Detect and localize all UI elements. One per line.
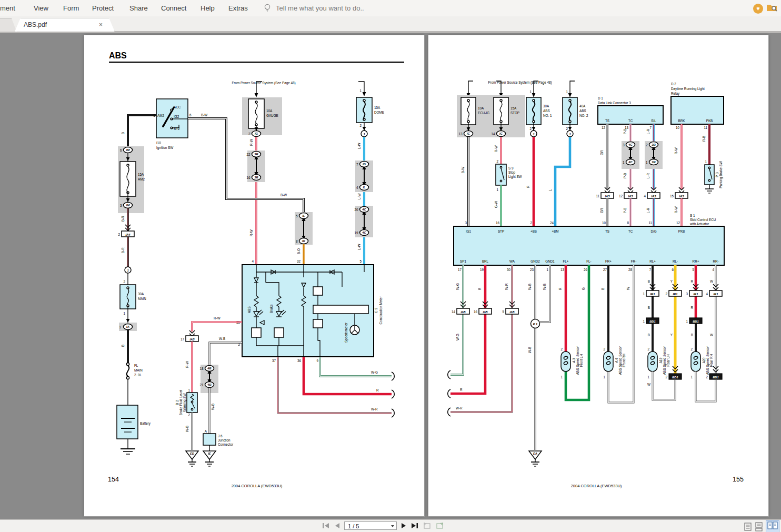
- menu-item-comment[interactable]: ment: [0, 4, 15, 12]
- previous-page-button[interactable]: [334, 523, 341, 529]
- svg-text:26: 26: [584, 268, 588, 272]
- svg-text:1: 1: [127, 269, 128, 272]
- tab-abs-pdf[interactable]: ABS.pdf ×: [15, 18, 115, 32]
- wire-label: W-B: [528, 347, 532, 353]
- svg-text:FL-: FL-: [586, 259, 591, 263]
- svg-text:4C: 4C: [362, 208, 366, 211]
- svg-text:A: A: [205, 429, 207, 433]
- svg-text:27: 27: [603, 268, 607, 272]
- svg-text:IA5: IA5: [605, 195, 610, 198]
- svg-text:28: 28: [628, 268, 633, 272]
- svg-text:2: 2: [248, 132, 251, 136]
- fuse-gauge: 10A GAUGE IG 2: [242, 97, 282, 137]
- tab-bar: ABS.pdf ×: [0, 16, 781, 33]
- svg-text:16: 16: [496, 221, 500, 225]
- svg-text:ABS: ABS: [247, 306, 251, 313]
- svg-text:MAIN: MAIN: [134, 368, 143, 372]
- svg-text:13: 13: [458, 132, 463, 136]
- svg-text:PKB: PKB: [678, 229, 685, 233]
- menu-item-extras[interactable]: Extras: [228, 4, 248, 12]
- wire-label: GR: [600, 150, 604, 155]
- svg-text:IA5: IA5: [679, 195, 684, 198]
- svg-text:1: 1: [603, 375, 605, 379]
- tab-stub[interactable]: [0, 18, 17, 32]
- menu-item-share[interactable]: Share: [129, 4, 148, 12]
- svg-text:ABS: ABS: [543, 109, 550, 113]
- wire-label: B: [601, 288, 605, 290]
- svg-text:2: 2: [603, 347, 605, 351]
- svg-text:NO. 1: NO. 1: [543, 114, 552, 117]
- svg-text:11: 11: [648, 221, 652, 225]
- menu-item-help[interactable]: Help: [201, 4, 215, 12]
- svg-text:30A: 30A: [138, 292, 144, 296]
- interpage-wires: W-G R W-R: [278, 357, 394, 417]
- svg-text:1: 1: [363, 133, 365, 136]
- speed-sensor-front-lh: R G 2 1 A 3 ABS Speed Sensor Front LH: [558, 265, 589, 400]
- svg-text:19: 19: [354, 231, 358, 235]
- first-page-button[interactable]: [322, 523, 331, 529]
- menu-item-view[interactable]: View: [34, 4, 48, 12]
- wire-label: R-W: [674, 206, 678, 213]
- svg-text:IA: IA: [126, 325, 129, 328]
- svg-text:12: 12: [676, 221, 680, 225]
- svg-text:Data Link Connector 3: Data Link Connector 3: [598, 101, 631, 105]
- single-page-view-button[interactable]: [744, 522, 752, 531]
- menu-item-form[interactable]: Form: [63, 4, 79, 12]
- svg-text:2. 0L: 2. 0L: [134, 373, 142, 377]
- svg-text:4: 4: [252, 259, 254, 263]
- folder-search-icon[interactable]: [766, 3, 778, 14]
- svg-text:Y: Y: [670, 279, 673, 283]
- svg-text:R: R: [690, 279, 693, 283]
- svg-text:TS: TS: [605, 119, 609, 123]
- wire-label: W-R: [505, 283, 508, 290]
- svg-text:2: 2: [123, 280, 125, 284]
- svg-text:TC: TC: [628, 119, 633, 123]
- svg-text:SIL: SIL: [651, 119, 656, 123]
- continuous-view-button[interactable]: [755, 522, 763, 531]
- previous-view-button[interactable]: [423, 522, 432, 529]
- svg-text:IA5: IA5: [460, 310, 466, 314]
- svg-text:30A: 30A: [543, 104, 549, 108]
- svg-text:GND2: GND2: [530, 259, 540, 263]
- svg-text:WA: WA: [509, 259, 515, 263]
- svg-text:2: 2: [706, 375, 708, 379]
- svg-text:R: R: [690, 306, 693, 309]
- svg-text:30: 30: [507, 268, 511, 272]
- menu-item-protect[interactable]: Protect: [92, 4, 114, 12]
- page-number-dropdown[interactable]: 1 / 5: [344, 521, 397, 530]
- two-page-view-button[interactable]: [766, 521, 779, 532]
- svg-text:MAIN: MAIN: [138, 297, 146, 300]
- menu-item-connect[interactable]: Connect: [161, 4, 186, 12]
- assistant-search-input[interactable]: Tell me what you want to do..: [276, 4, 364, 12]
- svg-text:7: 7: [356, 163, 358, 166]
- svg-text:A 4: A 4: [615, 358, 618, 363]
- svg-text:TS: TS: [605, 229, 609, 233]
- wire-label: GR: [600, 208, 604, 213]
- svg-text:19: 19: [480, 268, 484, 272]
- svg-text:5: 5: [296, 214, 298, 218]
- svg-text:1: 1: [188, 388, 190, 392]
- speed-sensor-rear-rh: R IB1 3 R BD1 1 B 2 1 W IB1 4 W BD1 2 A2…: [686, 265, 722, 401]
- next-view-button[interactable]: [435, 522, 444, 529]
- svg-text:D 1: D 1: [598, 96, 603, 100]
- svg-text:36: 36: [297, 359, 302, 363]
- svg-text:16: 16: [474, 310, 478, 314]
- svg-text:7: 7: [649, 126, 652, 129]
- svg-text:2: 2: [647, 347, 649, 351]
- last-page-button[interactable]: [410, 523, 419, 529]
- svg-text:3B: 3B: [652, 143, 655, 146]
- svg-text:STP: STP: [498, 229, 504, 233]
- wire-label: B-O: [297, 248, 301, 254]
- svg-text:5: 5: [692, 268, 694, 272]
- wire-label: R-W: [249, 229, 253, 236]
- feedback-heart-icon[interactable]: ♥: [753, 4, 763, 14]
- tab-close-icon[interactable]: ×: [99, 21, 103, 28]
- svg-text:ABS: ABS: [579, 109, 586, 113]
- svg-text:+BM: +BM: [552, 229, 558, 233]
- svg-text:BD1: BD1: [672, 376, 678, 379]
- next-page-button[interactable]: [400, 523, 407, 529]
- svg-text:W: W: [647, 383, 650, 386]
- svg-text:IC: IC: [467, 132, 470, 135]
- svg-text:IB1: IB1: [650, 293, 655, 296]
- svg-text:EA: EA: [533, 452, 537, 455]
